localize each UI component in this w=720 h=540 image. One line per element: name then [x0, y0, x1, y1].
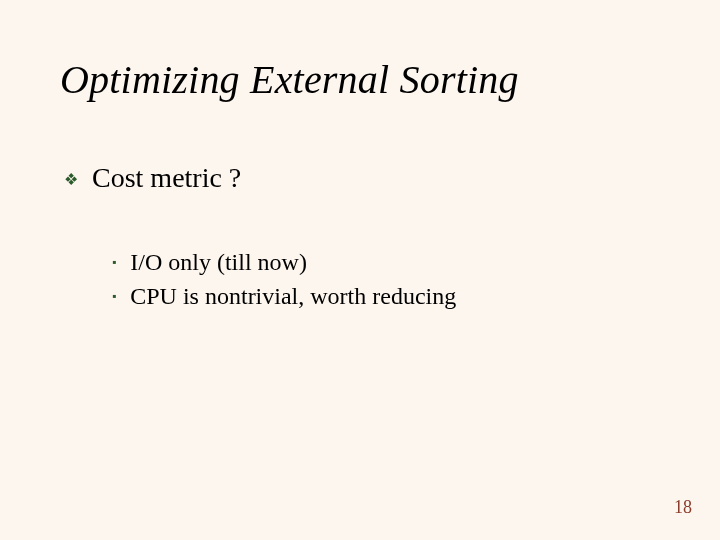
bullet-level2-text: CPU is nontrivial, worth reducing: [130, 282, 456, 310]
slide: Optimizing External Sorting ❖ Cost metri…: [0, 0, 720, 540]
slide-title: Optimizing External Sorting: [60, 56, 519, 103]
bullet-level1-text: Cost metric ?: [92, 162, 241, 194]
bullet-level2-text: I/O only (till now): [130, 248, 307, 276]
page-number: 18: [674, 497, 692, 518]
bullet-level1: ❖ Cost metric ?: [64, 162, 241, 194]
square-bullet-icon: ▪: [112, 284, 116, 308]
list-item: ▪ I/O only (till now): [112, 248, 456, 276]
square-bullet-icon: ▪: [112, 250, 116, 274]
list-item: ▪ CPU is nontrivial, worth reducing: [112, 282, 456, 310]
bullet-level2-list: ▪ I/O only (till now) ▪ CPU is nontrivia…: [112, 248, 456, 316]
diamond-bullet-icon: ❖: [64, 166, 78, 194]
